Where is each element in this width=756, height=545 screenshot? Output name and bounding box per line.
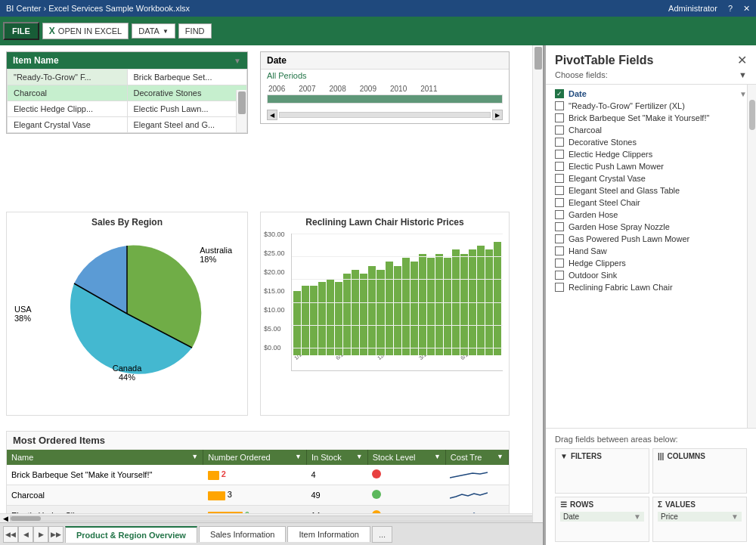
pivot-checkbox[interactable]: [555, 113, 564, 122]
slicer-grid: "Ready-To-Grow" F... Brick Barbeque Set.…: [7, 69, 247, 133]
col-sort-icon[interactable]: ▼: [434, 453, 441, 460]
find-button[interactable]: FIND: [178, 23, 212, 39]
pivot-field-item[interactable]: Brick Barbeque Set "Make it Yourself!": [546, 112, 756, 124]
pivot-field-item[interactable]: Electic Push Lawn Mower: [546, 160, 756, 172]
tab-item-information[interactable]: Item Information: [287, 526, 370, 542]
pivot-field-item[interactable]: Reclining Fabric Lawn Chair: [546, 281, 756, 293]
tab-nav-right[interactable]: ▶: [33, 526, 48, 543]
pivot-field-scrollbar[interactable]: [747, 85, 756, 428]
pivot-checkbox[interactable]: [555, 186, 564, 195]
scroll-left-btn[interactable]: ◀: [2, 515, 10, 522]
slicer-item[interactable]: Electic Push Lawn...: [128, 101, 247, 116]
slicer-item[interactable]: Brick Barbeque Set...: [128, 70, 247, 85]
file-button[interactable]: FILE: [3, 22, 39, 40]
pivot-checkbox[interactable]: [555, 283, 564, 292]
row-instock: 4: [306, 465, 367, 485]
pivot-rows-area[interactable]: ☰ ROWS Date ▼: [555, 497, 649, 542]
pivot-checkbox[interactable]: [555, 222, 564, 231]
slicer-item-charcoal[interactable]: Charcoal: [8, 85, 127, 101]
date-bar[interactable]: [267, 94, 503, 104]
pivot-field-scrollbar-thumb[interactable]: [749, 100, 755, 130]
close-icon[interactable]: ✕: [743, 4, 750, 14]
slicer-item[interactable]: Elegant Crystal Vase: [8, 117, 127, 132]
pivot-field-item[interactable]: Outdoor Sink: [546, 269, 756, 281]
pivot-columns-area[interactable]: ||| COLUMNS: [652, 448, 747, 494]
pivot-field-item[interactable]: Garden Hose Spray Nozzle: [546, 221, 756, 233]
slicer-item-decorative-stones[interactable]: Decorative Stones: [128, 85, 247, 101]
tab-more-btn[interactable]: ...: [372, 526, 392, 543]
pivot-rows-item[interactable]: Date ▼: [560, 512, 644, 522]
pivot-values-item-remove[interactable]: ▼: [731, 512, 739, 521]
scrollbar-track[interactable]: [10, 516, 533, 522]
row-instock: 49: [306, 485, 367, 506]
help-icon[interactable]: ?: [728, 4, 733, 14]
pivot-rows-item-remove[interactable]: ▼: [634, 512, 641, 521]
slicer-filter-icon[interactable]: ▼: [234, 57, 241, 65]
pivot-field-item[interactable]: Garden Hose: [546, 209, 756, 221]
vertical-scrollbar[interactable]: [532, 45, 543, 522]
date-scrollbar[interactable]: [279, 112, 491, 118]
stock-indicator: [372, 490, 381, 499]
pivot-field-filter-icon[interactable]: ▼: [739, 90, 747, 98]
col-sort-icon[interactable]: ▼: [356, 453, 363, 460]
pivot-title-bar: PivotTable Fields ✕: [546, 45, 756, 70]
pie-chart-area: Australia 18% Canada 44% USA 38%: [7, 231, 247, 397]
col-sort-icon[interactable]: ▼: [295, 453, 302, 460]
pivot-field-item[interactable]: Elegant Steel and Glass Table: [546, 184, 756, 197]
slicer-item[interactable]: "Ready-To-Grow" F...: [8, 70, 127, 85]
pivot-filter-icon[interactable]: ▼: [739, 70, 747, 79]
pivot-field-item[interactable]: "Ready-To-Grow" Fertilizer (XL): [546, 100, 756, 112]
pivot-close-btn[interactable]: ✕: [737, 53, 747, 67]
pivot-checkbox[interactable]: [555, 259, 564, 268]
pivot-checkbox[interactable]: [555, 210, 564, 219]
vscroll-thumb[interactable]: [534, 47, 542, 70]
pivot-checkbox[interactable]: ✓: [555, 89, 564, 98]
pivot-field-item[interactable]: Hand Saw: [546, 245, 756, 257]
tab-prev-btn[interactable]: ◀◀: [3, 526, 18, 543]
sparkline: [450, 488, 488, 501]
pivot-field-date[interactable]: ✓ Date ▼: [546, 88, 756, 100]
pivot-checkbox[interactable]: [555, 246, 564, 255]
col-ordered[interactable]: Number Ordered ▼: [203, 450, 307, 465]
pivot-checkbox[interactable]: [555, 138, 564, 147]
pivot-checkbox[interactable]: [555, 198, 564, 207]
tab-product-region[interactable]: Product & Region Overview: [65, 526, 197, 543]
tab-next-btn[interactable]: ▶▶: [48, 526, 64, 543]
pivot-field-item[interactable]: Charcoal: [546, 124, 756, 136]
date-left-btn[interactable]: ◀: [267, 110, 277, 120]
pivot-values-item[interactable]: Price ▼: [658, 512, 742, 522]
scrollbar-thumb[interactable]: [11, 516, 41, 521]
slicer-item[interactable]: Electic Hedge Clipp...: [8, 101, 127, 116]
col-instock[interactable]: In Stock ▼: [306, 450, 367, 465]
date-period[interactable]: All Periods: [261, 70, 509, 82]
pivot-checkbox[interactable]: [555, 271, 564, 280]
open-in-excel-button[interactable]: X OPEN IN EXCEL: [42, 23, 129, 39]
pivot-checkbox[interactable]: [555, 150, 564, 159]
col-costtre[interactable]: Cost Tre ▼: [445, 450, 508, 465]
pivot-field-item[interactable]: Hedge Clippers: [546, 257, 756, 269]
slicer-scrollbar[interactable]: [236, 90, 246, 132]
tab-nav-left[interactable]: ◀: [18, 526, 33, 543]
horizontal-scrollbar[interactable]: ◀ ▶: [0, 513, 543, 522]
slicer-item[interactable]: Elegant Steel and G...: [128, 117, 247, 132]
pivot-field-item[interactable]: Gas Powered Push Lawn Mower: [546, 233, 756, 245]
col-sort-icon[interactable]: ▼: [497, 453, 503, 460]
pivot-filters-area[interactable]: ▼ FILTERS: [555, 448, 649, 494]
pivot-checkbox[interactable]: [555, 162, 564, 171]
pivot-checkbox[interactable]: [555, 174, 564, 183]
pivot-checkbox[interactable]: [555, 101, 564, 110]
pivot-checkbox[interactable]: [555, 125, 564, 135]
col-name[interactable]: Name ▼: [7, 450, 203, 465]
pivot-values-area[interactable]: Σ VALUES Price ▼: [652, 497, 747, 542]
pivot-field-item[interactable]: Electic Hedge Clippers: [546, 148, 756, 160]
pivot-field-item[interactable]: Decorative Stones: [546, 136, 756, 148]
tab-sales-information[interactable]: Sales Information: [199, 526, 287, 542]
pivot-field-label: Electic Push Lawn Mower: [569, 162, 664, 171]
col-stocklevel[interactable]: Stock Level ▼: [367, 450, 445, 465]
data-button[interactable]: DATA ▼: [132, 23, 175, 39]
pivot-field-item[interactable]: Elegant Steel Chair: [546, 197, 756, 209]
pivot-checkbox[interactable]: [555, 234, 564, 243]
col-sort-icon[interactable]: ▼: [191, 453, 198, 460]
pivot-field-item[interactable]: Elegant Crystal Vase: [546, 172, 756, 184]
date-right-btn[interactable]: ▶: [492, 110, 503, 120]
